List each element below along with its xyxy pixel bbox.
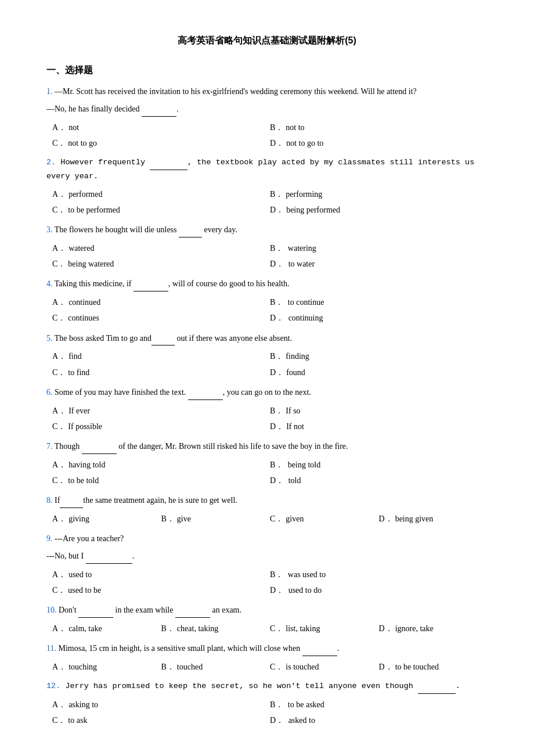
question-4: 4. Taking this medicine, if , will of co… bbox=[46, 277, 488, 325]
option-9a[interactable]: A．used to bbox=[52, 567, 270, 582]
question-8-options: A．giving B．give C．given D．being given bbox=[46, 512, 488, 526]
option-6a[interactable]: A．If ever bbox=[52, 404, 270, 418]
question-9-text2: ---No, but I . bbox=[46, 549, 488, 564]
option-8a[interactable]: A．giving bbox=[52, 512, 161, 526]
page-title: 高考英语省略句知识点基础测试题附解析(5) bbox=[46, 35, 488, 47]
question-5-text: 5. The boss asked Tim to go and out if t… bbox=[46, 332, 488, 346]
question-1-options: A．not B．not to C．not to go D．not to go t… bbox=[46, 120, 488, 150]
option-4d[interactable]: D． continuing bbox=[270, 311, 488, 325]
option-5d[interactable]: D．found bbox=[270, 365, 488, 380]
question-9: 9. ---Are you a teacher? ---No, but I . … bbox=[46, 532, 488, 597]
question-11: 11. Mimosa, 15 cm in height, is a sensit… bbox=[46, 642, 488, 674]
option-12d[interactable]: D． asked to bbox=[270, 713, 488, 728]
option-10a[interactable]: A．calm, take bbox=[52, 621, 161, 636]
option-11d[interactable]: D．to be touched bbox=[379, 660, 488, 674]
option-4a[interactable]: A．continued bbox=[52, 295, 270, 309]
option-8c[interactable]: C．given bbox=[270, 512, 379, 526]
question-7-text: 7. Though of the danger, Mr. Brown still… bbox=[46, 440, 488, 454]
question-4-options: A．continued B． to continue C．continues D… bbox=[46, 295, 488, 325]
option-7b[interactable]: B． being told bbox=[270, 458, 488, 472]
option-11a[interactable]: A．touching bbox=[52, 660, 161, 674]
question-9-text: 9. ---Are you a teacher? bbox=[46, 532, 488, 546]
option-6d[interactable]: D．If not bbox=[270, 419, 488, 434]
option-11c[interactable]: C．is touched bbox=[270, 660, 379, 674]
question-1-text: 1. —Mr. Scott has received the invitatio… bbox=[46, 85, 488, 99]
option-10c[interactable]: C．list, taking bbox=[270, 621, 379, 636]
question-10-text: 10. Don't in the exam while an exam. bbox=[46, 603, 488, 618]
question-10-options: A．calm, take B．cheat, taking C．list, tak… bbox=[46, 621, 488, 636]
question-3-text: 3. The flowers he bought will die unless… bbox=[46, 223, 488, 237]
question-11-options: A．touching B．touched C．is touched D．to b… bbox=[46, 660, 488, 674]
option-7a[interactable]: A．having told bbox=[52, 458, 270, 472]
option-3b[interactable]: B． watering bbox=[270, 241, 488, 255]
option-1a[interactable]: A．not bbox=[52, 120, 270, 135]
question-12-options: A．asking to B． to be asked C．to ask D． a… bbox=[46, 697, 488, 728]
option-7d[interactable]: D． told bbox=[270, 473, 488, 488]
question-7-options: A．having told B． being told C．to be told… bbox=[46, 458, 488, 488]
question-2-options: A．performed B．performing C．to be perform… bbox=[46, 187, 488, 217]
option-6b[interactable]: B．If so bbox=[270, 404, 488, 418]
option-2b[interactable]: B．performing bbox=[270, 187, 488, 201]
section-title: 一、选择题 bbox=[46, 64, 488, 77]
question-6: 6. Some of you may have finished the tex… bbox=[46, 386, 488, 434]
option-12b[interactable]: B． to be asked bbox=[270, 697, 488, 712]
question-11-text: 11. Mimosa, 15 cm in height, is a sensit… bbox=[46, 642, 488, 656]
option-8d[interactable]: D．being given bbox=[379, 512, 488, 526]
option-5a[interactable]: A．find bbox=[52, 349, 270, 363]
question-12: 12. Jerry has promised to keep the secre… bbox=[46, 680, 488, 728]
question-3-options: A．watered B． watering C．being watered D．… bbox=[46, 241, 488, 271]
question-1: 1. —Mr. Scott has received the invitatio… bbox=[46, 85, 488, 150]
option-8b[interactable]: B．give bbox=[161, 512, 270, 526]
question-4-text: 4. Taking this medicine, if , will of co… bbox=[46, 277, 488, 291]
option-9d[interactable]: D． used to do bbox=[270, 583, 488, 597]
option-10b[interactable]: B．cheat, taking bbox=[161, 621, 270, 636]
question-10: 10. Don't in the exam while an exam. A．c… bbox=[46, 603, 488, 636]
question-6-text: 6. Some of you may have finished the tex… bbox=[46, 386, 488, 400]
option-11b[interactable]: B．touched bbox=[161, 660, 270, 674]
option-3a[interactable]: A．watered bbox=[52, 241, 270, 255]
question-8: 8. If the same treatment again, he is su… bbox=[46, 494, 488, 526]
option-1c[interactable]: C．not to go bbox=[52, 136, 270, 150]
question-12-text: 12. Jerry has promised to keep the secre… bbox=[46, 680, 488, 694]
option-7c[interactable]: C．to be told bbox=[52, 473, 270, 488]
option-3d[interactable]: D． to water bbox=[270, 257, 488, 271]
option-4c[interactable]: C．continues bbox=[52, 311, 270, 325]
option-2d[interactable]: D．being performed bbox=[270, 203, 488, 217]
option-1b[interactable]: B．not to bbox=[270, 120, 488, 135]
option-12a[interactable]: A．asking to bbox=[52, 697, 270, 712]
question-5: 5. The boss asked Tim to go and out if t… bbox=[46, 332, 488, 380]
question-7: 7. Though of the danger, Mr. Brown still… bbox=[46, 440, 488, 488]
option-3c[interactable]: C．being watered bbox=[52, 257, 270, 271]
option-9b[interactable]: B． was used to bbox=[270, 567, 488, 582]
option-2a[interactable]: A．performed bbox=[52, 187, 270, 201]
option-1d[interactable]: D．not to go to bbox=[270, 136, 488, 150]
question-2-text: 2. However frequently , the textbook pla… bbox=[46, 156, 488, 183]
question-1-text2: —No, he has finally decided . bbox=[46, 102, 488, 117]
questions-container: 1. —Mr. Scott has received the invitatio… bbox=[46, 85, 488, 728]
option-5b[interactable]: B．finding bbox=[270, 349, 488, 363]
question-3: 3. The flowers he bought will die unless… bbox=[46, 223, 488, 271]
option-6c[interactable]: C．If possible bbox=[52, 419, 270, 434]
option-9c[interactable]: C．used to be bbox=[52, 583, 270, 597]
option-12c[interactable]: C．to ask bbox=[52, 713, 270, 728]
option-2c[interactable]: C．to be performed bbox=[52, 203, 270, 217]
question-6-options: A．If ever B．If so C．If possible D．If not bbox=[46, 404, 488, 434]
option-4b[interactable]: B． to continue bbox=[270, 295, 488, 309]
question-9-options: A．used to B． was used to C．used to be D．… bbox=[46, 567, 488, 597]
option-5c[interactable]: C．to find bbox=[52, 365, 270, 380]
option-10d[interactable]: D．ignore, take bbox=[379, 621, 488, 636]
question-5-options: A．find B．finding C．to find D．found bbox=[46, 349, 488, 379]
question-8-text: 8. If the same treatment again, he is su… bbox=[46, 494, 488, 508]
question-2: 2. However frequently , the textbook pla… bbox=[46, 156, 488, 217]
